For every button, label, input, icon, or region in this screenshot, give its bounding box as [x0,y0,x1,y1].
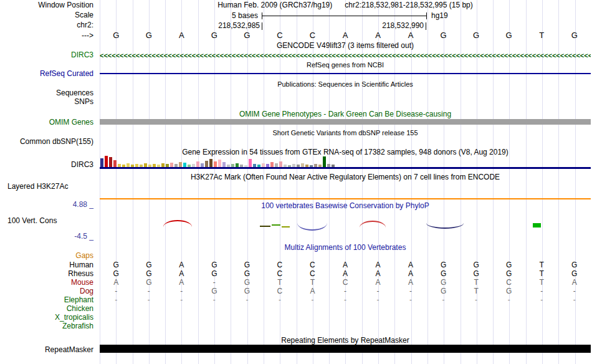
gtex-bar[interactable] [170,163,173,167]
refseq-item[interactable] [100,73,591,74]
repeatmasker-track-label[interactable]: RepeatMasker [0,346,93,354]
species-label[interactable]: Mouse [0,278,93,287]
align-cell: A [361,261,394,269]
gtex-bar[interactable] [205,161,208,167]
align-cell: - [394,295,427,304]
snps-track-label[interactable]: SNPs [0,98,93,106]
multiz-alignments[interactable]: HumanGGAGGCCAAAGGGTGRhesusGGAGGCCAAAGGGT… [0,261,591,330]
align-cell: A [558,278,591,287]
align-cell: - [165,295,198,304]
publications-title[interactable]: Publications: Sequences in Scientific Ar… [100,80,591,89]
align-cell: C [264,261,297,269]
gtex-bar[interactable] [218,160,221,167]
gencode-title[interactable]: GENCODE V49lift37 (3 items filtered out) [100,42,591,50]
multiz-row-chicken[interactable]: Chicken [0,304,591,313]
gtex-bar[interactable] [249,159,252,167]
gtex-bars[interactable] [100,153,591,167]
gtex-bar[interactable] [196,161,199,167]
align-cell: G [558,261,591,269]
cons-mark [282,226,290,228]
assembly-text: Human Feb. 2009 (GRCh37/hg19) [217,1,332,9]
scale-value: 5 bases [100,11,258,20]
gencode-track-label[interactable]: DIRC3 [0,51,93,59]
sequences-track-label[interactable]: Sequences [0,89,93,97]
align-cell: - [264,295,297,304]
align-cell: A [394,278,427,287]
gtex-track-label[interactable]: DIRC3 [0,161,93,169]
multiz-title[interactable]: Multiz Alignments of 100 Vertebrates [100,244,591,252]
gtex-bar[interactable] [214,161,217,167]
alignment-cells: --------------- [100,295,591,304]
base-cell: G [231,31,264,40]
dbsnp-track-label[interactable]: Common dbSNP(155) [0,138,93,146]
align-cell: - [525,295,558,304]
alignment-cells: GGAGGCCAAAGGGTG [100,261,591,269]
cons-track-label[interactable]: 100 Vert. Cons [7,217,57,225]
align-cell: - [558,287,591,295]
align-cell: G [231,261,264,269]
gtex-bar[interactable] [113,160,117,167]
species-label[interactable]: Rhesus [0,269,93,278]
gaps-track-label[interactable]: Gaps [0,252,93,260]
refseq-title[interactable]: RefSeq genes from NCBI [100,61,591,69]
base-cell: A [361,31,394,40]
multiz-row-human[interactable]: HumanGGAGGCCAAAGGGTG [0,261,591,269]
species-label[interactable]: Dog [0,287,93,295]
repeatmasker-title[interactable]: Repeating Elements by RepeatMasker [100,337,591,345]
base-cell: A [394,31,427,40]
gtex-bar[interactable] [222,162,226,167]
omim-track-label[interactable]: OMIM Genes [0,118,93,127]
align-cell: A [329,261,362,269]
align-cell: T [460,287,493,295]
align-cell: G [492,287,525,295]
gtex-gene-line[interactable] [100,167,591,169]
h3k27ac-title[interactable]: H3K27Ac Mark (Often Found Near Active Re… [100,173,591,181]
base-cell: A [329,31,362,40]
gtex-bar[interactable] [109,157,112,167]
h3k27ac-track-label[interactable]: Layered H3K27Ac [7,183,68,191]
align-cell: G [427,261,460,269]
refseq-track-label[interactable]: RefSeq Curated [0,70,93,78]
gtex-bar[interactable] [209,159,212,167]
align-cell: A [329,269,362,278]
species-label[interactable]: Human [0,261,93,269]
position-text: chr2:218,532,981-218,532,995 (15 bp) [345,1,473,9]
species-label[interactable]: Elephant [0,295,93,304]
gtex-bar[interactable] [105,156,108,167]
align-cell: G [427,278,460,287]
species-label[interactable]: X_tropicalis [0,313,93,322]
multiz-row-x_tropicalis[interactable]: X_tropicalis [0,313,591,322]
gtex-bar[interactable] [279,161,282,167]
base-cell: G [460,31,493,40]
align-cell: - [198,278,231,287]
species-label[interactable]: Chicken [0,304,93,313]
base-cell: T [525,31,558,40]
multiz-row-elephant[interactable]: Elephant--------------- [0,295,591,304]
repeatmasker-item[interactable] [100,345,591,353]
cons-mark [533,223,541,228]
align-cell: A [394,261,427,269]
gtex-bar[interactable] [183,163,186,167]
multiz-row-rhesus[interactable]: RhesusGGAGGCCAAAGGGTG [0,269,591,278]
multiz-row-zebrafish[interactable]: Zebrafish [0,322,591,330]
omim-title[interactable]: OMIM Gene Phenotypes - Dark Green Can Be… [100,110,591,118]
multiz-row-mouse[interactable]: MouseAGA-GTTCAAGTCTA [0,278,591,287]
gtex-bar[interactable] [179,162,182,167]
align-cell: G [492,269,525,278]
h3k27ac-item[interactable] [100,198,591,199]
align-cell: A [361,278,394,287]
dbsnp-title[interactable]: Short Genetic Variants from dbSNP releas… [100,129,591,137]
cons-title[interactable]: 100 vertebrates Basewise Conservation by… [100,202,591,210]
multiz-row-dog[interactable]: Dog---GGCA---GTG-- [0,287,591,295]
align-cell: - [133,295,166,304]
omim-item[interactable] [100,119,591,125]
align-cell: - [231,295,264,304]
gtex-bar[interactable] [323,156,326,167]
align-cell: G [100,269,133,278]
cons-mark [272,224,280,226]
gencode-item[interactable]: <<<<<<<<<<<<<<<<<<<<<<<<<<<<<<<<<<<<<<<<… [100,52,591,59]
species-label[interactable]: Zebrafish [0,322,93,330]
gtex-bar[interactable] [100,158,103,167]
base-cell: C [296,31,329,40]
gtex-bar[interactable] [270,162,274,167]
